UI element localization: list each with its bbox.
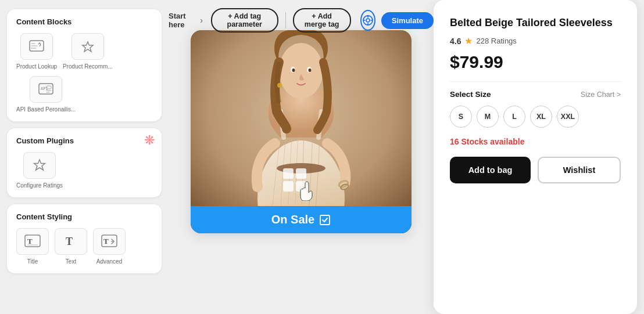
svg-point-23 [292, 68, 295, 72]
custom-plugins-section: Custom Plugins ❋ Configure Ratings [7, 128, 162, 197]
select-size-label: Select Size [450, 90, 491, 99]
start-here-label: Start here [169, 12, 193, 29]
styling-items: T Title T Text [16, 228, 152, 265]
text-style-icon-box: T [55, 228, 87, 255]
svg-rect-29 [296, 168, 306, 179]
svg-marker-5 [34, 160, 45, 170]
size-chart-link[interactable]: Size Chart > [581, 91, 621, 99]
size-options: S M L XL XXL [450, 106, 621, 128]
svg-text:T: T [66, 236, 73, 247]
toolbar-divider [285, 12, 286, 28]
custom-plugins-title: Custom Plugins [16, 136, 152, 145]
svg-point-25 [277, 83, 282, 88]
size-btn-xl[interactable]: XL [530, 106, 552, 128]
stock-text: 16 Stocks available [450, 137, 621, 146]
content-blocks-section: Content Blocks Product Lookup [7, 9, 162, 121]
add-to-bag-button[interactable]: Add to bag [450, 157, 531, 183]
on-sale-bar: On Sale [191, 206, 412, 233]
wishlist-button[interactable]: Wishlist [538, 157, 621, 183]
plugin-items: Configure Ratings [16, 152, 152, 189]
size-btn-m[interactable]: M [477, 106, 499, 128]
size-btn-xxl[interactable]: XXL [557, 106, 579, 128]
product-lookup-label: Product Lookup [16, 63, 57, 70]
svg-rect-32 [320, 215, 330, 225]
content-block-items: Product Lookup Product Recomm... API [16, 33, 152, 113]
product-price: $79.99 [450, 52, 621, 72]
content-blocks-title: Content Blocks [16, 17, 152, 26]
flower-decoration-icon: ❋ [144, 133, 155, 148]
center-area: Start here › + Add tag parameter + Add m… [169, 0, 434, 314]
rating-count: 228 Ratings [476, 37, 516, 45]
product-card: On Sale [191, 30, 412, 233]
svg-rect-28 [283, 168, 294, 179]
add-merge-tag-button[interactable]: + Add merge tag [293, 8, 351, 33]
text-style-label: Text [66, 258, 76, 265]
block-item-api-based[interactable]: API API Based Peronailis... [16, 76, 76, 113]
product-recomm-label: Product Recomm... [63, 63, 113, 70]
drag-indicator-icon [281, 166, 321, 201]
svg-rect-30 [283, 181, 294, 192]
product-image: On Sale [191, 30, 412, 233]
block-item-configure-ratings[interactable]: Configure Ratings [16, 152, 63, 189]
block-item-product-recomm[interactable]: Product Recomm... [63, 33, 113, 70]
styling-item-text[interactable]: T Text [55, 228, 87, 265]
toolbar-arrow-icon: › [200, 16, 203, 25]
svg-marker-1 [83, 42, 93, 52]
svg-text:T: T [103, 237, 109, 246]
api-based-icon-box: API [30, 76, 62, 103]
size-btn-s[interactable]: S [450, 106, 472, 128]
price-divider [450, 81, 621, 82]
main-container: Content Blocks Product Lookup [0, 0, 644, 314]
svg-text:T: T [27, 237, 33, 246]
advanced-style-label: Advanced [96, 258, 122, 265]
product-title: Belted Beige Tailored Sleeveless [450, 16, 621, 30]
product-lookup-icon-box [20, 33, 53, 60]
configure-ratings-label: Configure Ratings [16, 182, 63, 189]
configure-ratings-icon-box [23, 152, 56, 179]
styling-item-title[interactable]: T Title [16, 228, 49, 265]
simulate-button[interactable]: Simulate [381, 12, 434, 29]
content-styling-title: Content Styling [16, 212, 152, 221]
advanced-style-icon-box: T [93, 228, 126, 255]
size-btn-l[interactable]: L [503, 106, 525, 128]
size-row: Select Size Size Chart > [450, 90, 621, 99]
content-styling-section: Content Styling T Title [7, 204, 162, 273]
svg-point-12 [366, 19, 370, 22]
settings-circle-button[interactable] [360, 10, 375, 31]
right-panel: Belted Beige Tailored Sleeveless 4.6 ★ 2… [434, 0, 637, 314]
api-based-label: API Based Peronailis... [16, 106, 76, 113]
block-item-product-lookup[interactable]: Product Lookup [16, 33, 57, 70]
star-icon: ★ [464, 35, 473, 46]
rating-row: 4.6 ★ 228 Ratings [450, 35, 621, 46]
add-tag-parameter-button[interactable]: + Add tag parameter [211, 8, 278, 33]
styling-item-advanced[interactable]: T Advanced [93, 228, 126, 265]
title-style-icon-box: T [16, 228, 49, 255]
toolbar: Start here › + Add tag parameter + Add m… [169, 0, 434, 38]
svg-point-20 [279, 43, 323, 99]
left-panel: Content Blocks Product Lookup [0, 0, 169, 314]
product-recomm-icon-box [71, 33, 104, 60]
rating-value: 4.6 [450, 37, 461, 46]
svg-point-24 [309, 68, 312, 72]
on-sale-text: On Sale [271, 213, 314, 226]
action-row: Add to bag Wishlist [450, 157, 621, 183]
title-style-label: Title [27, 258, 38, 265]
